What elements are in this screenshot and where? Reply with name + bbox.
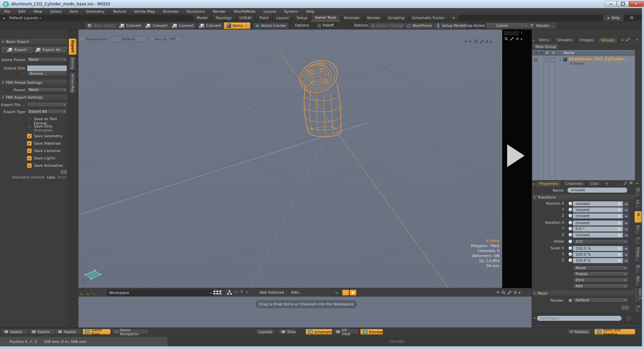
chevron-right-icon[interactable]: ▸ xyxy=(637,181,638,185)
preview-button[interactable]: Preview xyxy=(360,329,383,335)
gear-icon[interactable]: ⚙ xyxy=(629,181,633,185)
side-tab-export[interactable]: Export xyxy=(68,38,77,55)
spinner-control[interactable]: ◀▶ xyxy=(623,233,629,238)
save-as-text-checkbox[interactable] xyxy=(27,116,32,121)
tab-model[interactable]: Model xyxy=(193,15,211,21)
export-as-button[interactable]: Export As ... xyxy=(34,46,68,54)
render-dropdown[interactable]: Default▾ xyxy=(573,298,629,303)
freeze-dropdown[interactable]: Freeze▾ xyxy=(573,271,629,277)
channel-toggle[interactable] xyxy=(568,233,573,237)
side-tab-group[interactable]: Group ... xyxy=(634,246,642,262)
add-link-icon[interactable]: + xyxy=(95,290,95,295)
zoom-icon[interactable] xyxy=(504,37,508,41)
side-tab-t[interactable]: T ... xyxy=(634,304,642,313)
spinner-control[interactable]: ◀▶ xyxy=(623,207,629,212)
convert-items-button[interactable]: Convert xyxy=(198,22,224,29)
palette-button-1[interactable]: Palette xyxy=(1,329,28,335)
position-z-field[interactable]: (mixed) xyxy=(573,213,623,218)
group-tree[interactable]: Name + Aluminum_CO2_Cylinder (5) ... 4 I… xyxy=(532,50,635,180)
scale-y-field[interactable]: 100.0 % xyxy=(573,252,623,257)
tab-topology[interactable]: Topology xyxy=(211,15,235,21)
more-link[interactable]: More xyxy=(58,175,67,180)
save-materials-checkbox[interactable]: ✔ xyxy=(27,141,32,146)
preset-dropdown[interactable]: None▾ xyxy=(27,87,67,92)
expand-controls-button[interactable]: >> xyxy=(60,169,68,176)
position-y-field[interactable]: (mixed) xyxy=(573,207,623,212)
channel-toggle[interactable] xyxy=(568,258,573,262)
side-tab-vertex-map[interactable]: Vertex Map xyxy=(68,72,77,94)
menu-layout[interactable]: Layout xyxy=(260,9,280,14)
channel-toggle[interactable] xyxy=(568,246,573,250)
uv-view-button[interactable]: UV View xyxy=(333,329,359,335)
chevron-right-icon[interactable]: ▸ xyxy=(519,290,521,295)
maximize-pane-icon[interactable] xyxy=(480,40,484,44)
falloff-options-checkbox[interactable]: Options xyxy=(345,22,371,29)
game-tools-button[interactable]: Game Tools xyxy=(83,329,111,335)
auto-select-button[interactable]: Auto Select xyxy=(85,22,117,29)
layouts-button[interactable]: Layouts xyxy=(256,329,275,335)
menu-view[interactable]: View xyxy=(30,9,46,14)
chevron-right-icon[interactable]: ▸ xyxy=(521,37,523,41)
tab-uvedit[interactable]: UVEdit xyxy=(235,15,256,21)
add-selected-button[interactable]: Add Selected xyxy=(260,290,284,295)
ray-gl-button[interactable]: Ray GL: Off xyxy=(148,36,182,42)
items-and-shading-button[interactable]: Items and Shading xyxy=(594,329,635,335)
workplane-button[interactable]: ◰WorkPlane xyxy=(404,22,434,29)
play-icon[interactable] xyxy=(507,144,525,167)
maximize-pane-icon[interactable] xyxy=(623,181,627,185)
select-through-button[interactable]: ⁂Select Through xyxy=(368,22,407,29)
menu-item[interactable]: Item xyxy=(66,9,82,14)
node-hierarchy-icon[interactable] xyxy=(227,290,232,295)
tab-render[interactable]: Render xyxy=(363,15,384,21)
channel-toggle[interactable] xyxy=(568,201,573,206)
scale-x-field[interactable]: 100.0 % xyxy=(573,246,623,251)
side-tab-baking[interactable]: Baking xyxy=(68,56,77,71)
mesh-section[interactable]: ▼Mesh xyxy=(532,291,635,296)
export-button[interactable]: Export xyxy=(1,46,34,54)
menu-geometry[interactable]: Geometry xyxy=(82,9,109,14)
gear-icon[interactable]: ⚙ xyxy=(516,37,519,41)
game-preset-dropdown[interactable]: None▾ xyxy=(27,57,67,62)
pin-icon[interactable]: ▲ xyxy=(3,16,5,19)
render-button[interactable]: Render ... xyxy=(528,22,557,29)
gear-icon[interactable]: ⚙ xyxy=(630,15,634,20)
less-link[interactable]: Less xyxy=(47,175,55,180)
menu-animate[interactable]: Animate xyxy=(159,9,182,14)
scale-z-field[interactable]: 100.0 % xyxy=(573,258,623,263)
menu-help[interactable]: Help xyxy=(302,9,318,14)
basic-export-section[interactable]: ▼Basic Export xyxy=(1,39,67,44)
close-button[interactable]: ✕ xyxy=(629,1,644,7)
save-cameras-checkbox[interactable]: ✔ xyxy=(27,148,32,153)
preview-pane[interactable]: i ⚙ ▸ xyxy=(502,30,532,288)
gear-icon[interactable]: ⚙ xyxy=(485,40,489,44)
visibility-eye-icon[interactable] xyxy=(534,58,537,61)
perspective-button[interactable]: Perspective xyxy=(84,36,109,42)
menu-vertex-map[interactable]: Vertex Map xyxy=(130,9,159,14)
name-field[interactable]: (mixed) xyxy=(568,188,627,193)
spinner-control[interactable]: ◀▶ xyxy=(623,246,629,251)
rotation-x-field[interactable]: (mixed) xyxy=(573,220,623,226)
expand-properties-button[interactable]: >> xyxy=(621,305,630,311)
side-tab-su[interactable]: Su ... xyxy=(634,224,642,235)
rotation-y-field[interactable]: 0.0 ° xyxy=(573,227,623,232)
side-tab-c[interactable]: C ... xyxy=(634,236,642,245)
tab-game-tools[interactable]: Game Tools xyxy=(311,14,340,22)
chevron-left-icon[interactable]: ◂ xyxy=(533,38,535,42)
schematic-workspace[interactable]: Drag & Drop Items or Channels into the W… xyxy=(78,297,532,328)
menu-system[interactable]: System xyxy=(280,9,302,14)
chevron-left-icon[interactable]: ◂ xyxy=(533,182,535,186)
tab-items[interactable]: Items xyxy=(536,37,553,43)
default-layouts-dropdown[interactable]: Default Layouts xyxy=(9,16,38,20)
3d-viewport[interactable]: z Perspective Default Ray GL: Off ✛ ↻ ⚙ … xyxy=(78,30,502,288)
menu-texture[interactable]: Texture xyxy=(109,9,130,14)
order-dropdown[interactable]: XYZ▾ xyxy=(573,239,629,244)
down-arrow-icon[interactable]: ↓ xyxy=(246,290,249,294)
falloff-button[interactable]: ◎Falloff xyxy=(315,22,336,29)
pane-tab[interactable] xyxy=(504,31,508,35)
menu-maxtomodo[interactable]: MaxToModo xyxy=(230,9,260,14)
channel-toggle[interactable] xyxy=(568,213,573,218)
gear-icon[interactable]: ⚙ xyxy=(514,290,517,295)
left-arrow-icon[interactable]: ← xyxy=(235,290,238,294)
minimize-button[interactable] xyxy=(605,1,617,7)
transform-section[interactable]: ▼Transform xyxy=(532,195,635,200)
